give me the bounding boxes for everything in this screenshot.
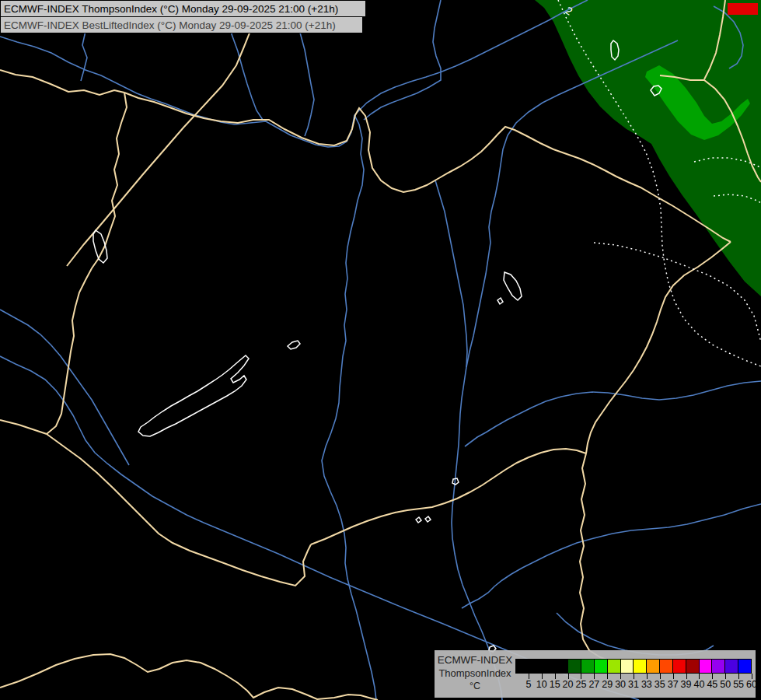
river-line <box>364 0 441 120</box>
border-line <box>0 654 378 700</box>
colorbar-cell <box>595 660 608 673</box>
border-line <box>0 70 124 95</box>
colorbar-tick <box>686 674 687 679</box>
border-line <box>0 420 47 434</box>
colorbar-cell <box>555 660 568 673</box>
river-line <box>452 40 678 700</box>
colorbar-cell <box>516 660 529 673</box>
legend-title-line: ECMWF-INDEX <box>436 653 514 667</box>
colorbar-cell <box>647 660 660 673</box>
lake-tisza <box>504 272 522 300</box>
weather-map-screen: 2 ECMWF-INDEX ThompsonIndex (°C) Monday … <box>0 0 761 700</box>
colorbar-tick-label: 60 <box>742 679 761 690</box>
river-line <box>0 310 129 465</box>
colorbar-tick <box>620 674 621 679</box>
border-line <box>67 0 289 266</box>
small-lake <box>416 517 421 523</box>
colorbar-tick <box>660 674 661 679</box>
colorbar-cell <box>621 660 634 673</box>
colorbar-tick <box>634 674 634 679</box>
river-line <box>557 613 714 655</box>
river-line <box>0 37 354 147</box>
small-lake <box>497 298 503 304</box>
colorbar-tick <box>673 674 674 679</box>
small-lake <box>425 516 431 522</box>
colorbar-cell <box>712 660 725 673</box>
border-line <box>580 453 630 666</box>
title-line-best-lifted-index: ECMWF-INDEX BestLiftedIndex (°C) Monday … <box>0 16 363 33</box>
colorbar-tick <box>725 674 726 679</box>
colorbar-tick <box>647 674 648 679</box>
colorbar-tick <box>555 674 556 679</box>
legend-title-line: ThompsonIndex <box>436 667 514 680</box>
colorbar <box>515 659 752 674</box>
index-region-20-25 <box>535 0 761 296</box>
legend-title: ECMWF-INDEX ThompsonIndex °C <box>436 653 514 693</box>
legend-unit-label: °C <box>436 680 514 693</box>
lake-balaton <box>138 355 249 436</box>
river-line <box>322 115 376 700</box>
colorbar-cell <box>608 660 621 673</box>
colorbar-cell <box>543 660 556 673</box>
colorbar-tick <box>607 674 608 679</box>
colorbar-tick <box>594 674 595 679</box>
map-canvas: 2 <box>0 0 761 700</box>
border-line <box>47 434 311 586</box>
lake-neusiedl <box>93 230 107 263</box>
river-line <box>435 180 467 367</box>
river-line <box>465 381 761 446</box>
colorbar-cell <box>725 660 738 673</box>
border-line <box>586 242 731 453</box>
colorbar-tick <box>712 674 713 679</box>
colorbar-tick <box>699 674 700 679</box>
river-line <box>462 504 761 608</box>
colorbar-tick <box>568 674 569 679</box>
colorbar-cell <box>686 660 700 673</box>
border-line <box>311 449 586 544</box>
colorbar-cell <box>700 660 713 673</box>
colorbar-tick <box>581 674 581 679</box>
colorbar-cell <box>581 660 595 673</box>
lake-velence <box>288 341 300 349</box>
colorbar-tick <box>529 674 529 679</box>
border-line <box>47 93 127 434</box>
colorbar-cell <box>673 660 686 673</box>
colorbar-ticks: 51015202527293031333537394045505560 <box>515 674 752 695</box>
colorbar-cell <box>660 660 673 673</box>
legend-panel: ECMWF-INDEX ThompsonIndex °C 51015202527… <box>435 650 756 698</box>
colorbar-cell <box>738 660 751 673</box>
colorbar-tick <box>542 674 543 679</box>
colorbar-cell <box>634 660 647 673</box>
logo-box <box>728 3 758 15</box>
colorbar-tick <box>752 674 752 679</box>
colorbar-cell <box>529 660 543 673</box>
colorbar-cell <box>568 660 581 673</box>
title-line-thompson-index: ECMWF-INDEX ThompsonIndex (°C) Monday 29… <box>0 0 366 17</box>
colorbar-tick <box>738 674 739 679</box>
